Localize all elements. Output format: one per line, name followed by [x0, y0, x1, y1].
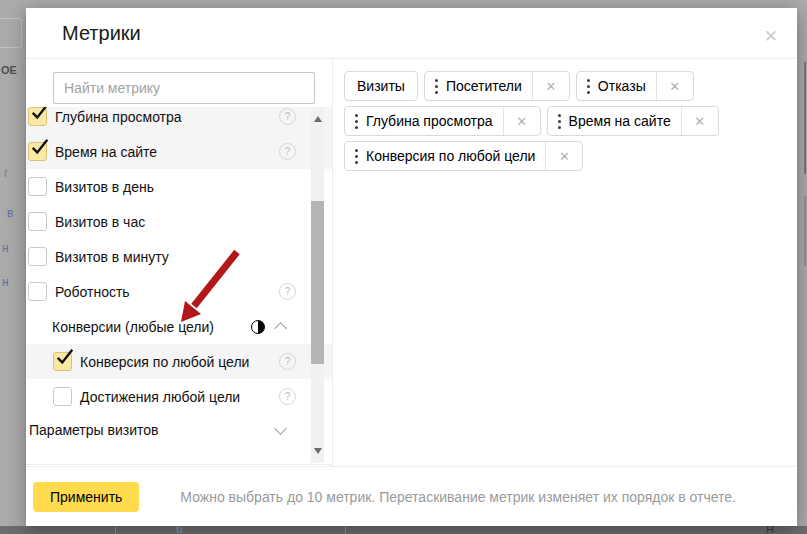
- metric-chip[interactable]: Отказы✕: [576, 71, 694, 101]
- drag-handle-icon[interactable]: [345, 114, 358, 129]
- selected-metrics-panel: ВизитыПосетители✕Отказы✕Глубина просмотр…: [334, 59, 797, 466]
- metric-list: Глубина просмотра?Время на сайте?Визитов…: [26, 107, 332, 465]
- modal-footer: Применить Можно выбрать до 10 метрик. Пе…: [26, 466, 797, 526]
- metric-row-label: Конверсия по любой цели: [80, 354, 249, 370]
- metric-row[interactable]: Параметры визитов: [26, 414, 332, 446]
- metric-row[interactable]: Глубина просмотра?: [26, 107, 332, 134]
- metric-chip[interactable]: Время на сайте✕: [547, 106, 719, 136]
- scroll-up-button[interactable]: [311, 111, 324, 127]
- triangle-down-icon: [314, 448, 322, 454]
- remove-chip-button[interactable]: ✕: [681, 107, 718, 135]
- chevron-down-icon[interactable]: [274, 422, 287, 435]
- metric-row[interactable]: Роботность?: [26, 274, 332, 309]
- metric-row-checkbox[interactable]: [28, 177, 47, 196]
- remove-chip-button[interactable]: ✕: [503, 107, 540, 135]
- obscured-text-fragment: г: [4, 166, 8, 180]
- drag-handle-icon[interactable]: [577, 79, 590, 94]
- remove-chip-button[interactable]: ✕: [656, 72, 693, 100]
- metric-row-checkbox[interactable]: [28, 107, 47, 126]
- metric-row-checkbox[interactable]: [28, 282, 47, 301]
- page-title: Метрики: [62, 22, 141, 45]
- chip-label: Время на сайте: [561, 113, 681, 129]
- drag-handle-icon[interactable]: [345, 149, 358, 164]
- chip-label: Посетители: [438, 78, 532, 94]
- metric-row-label: Глубина просмотра: [55, 109, 182, 125]
- footer-hint: Можно выбрать до 10 метрик. Перетаскиван…: [139, 489, 777, 505]
- obscured-text-fragment: ОЕ: [1, 64, 17, 76]
- metric-row-checkbox[interactable]: [28, 142, 47, 161]
- group-label: Конверсии (любые цели): [52, 319, 214, 335]
- remove-chip-button[interactable]: ✕: [545, 142, 582, 170]
- apply-button[interactable]: Применить: [33, 482, 139, 512]
- metric-row-label: Роботность: [55, 284, 130, 300]
- metrics-modal-dialog: Метрики ✕ Глубина просмотра?Время на сай…: [26, 8, 797, 526]
- contrast-icon[interactable]: [251, 320, 265, 334]
- chevron-up-icon[interactable]: [274, 322, 287, 335]
- metric-chip[interactable]: Посетители✕: [424, 71, 570, 101]
- search-input[interactable]: [53, 72, 315, 104]
- metric-chip[interactable]: Конверсия по любой цели✕: [344, 141, 583, 171]
- section-label: Параметры визитов: [29, 422, 159, 438]
- metric-row-label: Визитов в день: [55, 179, 154, 195]
- divider: [115, 526, 116, 534]
- modal-body: Глубина просмотра?Время на сайте?Визитов…: [26, 59, 797, 466]
- scrollbar-thumb[interactable]: [311, 201, 324, 364]
- obscured-text-fragment: н: [2, 275, 9, 289]
- obscured-text-fragment: в: [7, 206, 13, 220]
- obscured-table-header: [0, 526, 807, 534]
- metric-row[interactable]: Визитов в минуту: [26, 239, 332, 274]
- metric-row-label: Визитов в час: [55, 214, 145, 230]
- metric-row[interactable]: Конверсии (любые цели): [26, 309, 332, 344]
- metric-chip[interactable]: Глубина просмотра✕: [344, 106, 541, 136]
- metric-row-checkbox[interactable]: [53, 387, 72, 406]
- metric-row[interactable]: Визитов в день: [26, 169, 332, 204]
- help-icon[interactable]: ?: [279, 283, 296, 300]
- help-icon[interactable]: ?: [279, 143, 296, 160]
- drag-handle-icon[interactable]: [548, 114, 561, 129]
- scrollbar[interactable]: [311, 107, 324, 463]
- metric-row-label: Визитов в минуту: [55, 249, 169, 265]
- metric-row-checkbox[interactable]: [53, 352, 72, 371]
- obscured-edge-content: [804, 196, 806, 266]
- drag-handle-icon[interactable]: [425, 79, 438, 94]
- metric-row[interactable]: Визитов в час: [26, 204, 332, 239]
- help-icon[interactable]: ?: [279, 388, 296, 405]
- metric-chip[interactable]: Визиты: [344, 71, 418, 101]
- metric-row-checkbox[interactable]: [28, 247, 47, 266]
- metric-row-label: Время на сайте: [55, 144, 157, 160]
- chip-label: Визиты: [345, 78, 417, 94]
- scroll-down-button[interactable]: [311, 443, 324, 459]
- chip-label: Конверсия по любой цели: [358, 148, 545, 164]
- obscured-text-fragment: н: [2, 241, 9, 255]
- obscured-box-outline: [0, 18, 22, 48]
- close-icon[interactable]: ✕: [760, 22, 782, 51]
- metric-row-label: Достижения любой цели: [80, 389, 240, 405]
- modal-header: Метрики ✕: [26, 8, 797, 59]
- metric-row-checkbox[interactable]: [28, 212, 47, 231]
- divider: [345, 526, 346, 534]
- metric-row[interactable]: Время на сайте?: [26, 134, 332, 169]
- metric-row[interactable]: Конверсия по любой цели?: [26, 344, 332, 379]
- help-icon[interactable]: ?: [279, 353, 296, 370]
- help-icon[interactable]: ?: [279, 108, 296, 125]
- obscured-edge-content: [804, 62, 806, 174]
- metrics-panel: Глубина просмотра?Время на сайте?Визитов…: [26, 59, 333, 466]
- metric-row[interactable]: Достижения любой цели?: [26, 379, 332, 414]
- chip-label: Отказы: [590, 78, 656, 94]
- triangle-up-icon: [314, 116, 322, 122]
- remove-chip-button[interactable]: ✕: [532, 72, 569, 100]
- chip-label: Глубина просмотра: [358, 113, 503, 129]
